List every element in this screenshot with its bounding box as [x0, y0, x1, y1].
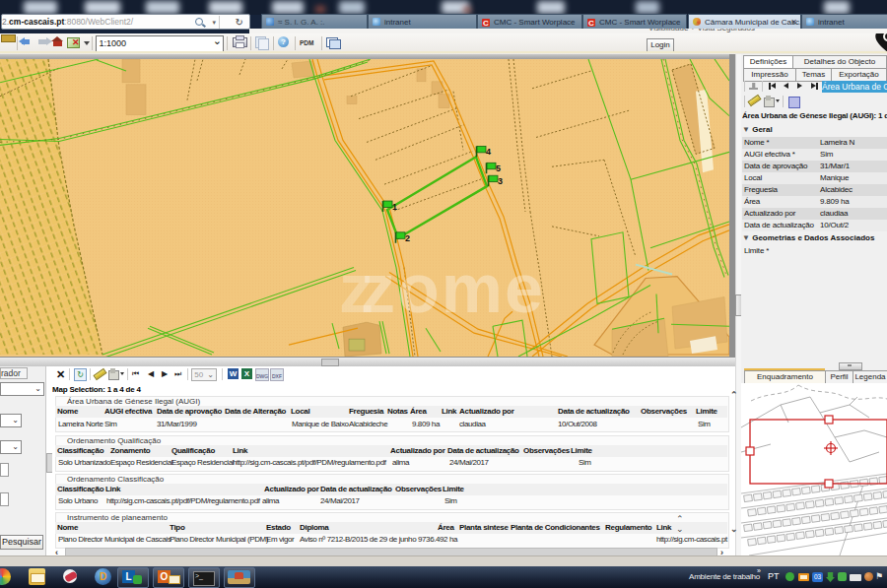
svg-text:4: 4	[486, 147, 491, 157]
svg-text:zome: zome	[361, 251, 545, 328]
svg-text:3: 3	[498, 176, 503, 186]
svg-text:5: 5	[496, 163, 501, 173]
svg-text:2: 2	[405, 233, 410, 243]
svg-text:1: 1	[392, 202, 397, 212]
